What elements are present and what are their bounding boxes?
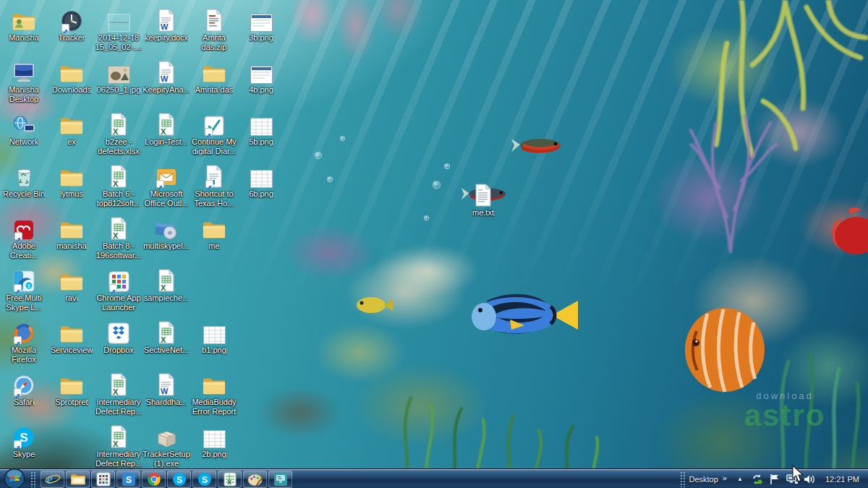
folder-icon: [59, 370, 84, 396]
icon-label: Mozilla Firefox: [0, 346, 48, 364]
desktop-icon-b2zee-defects-xlsx[interactable]: Xb2zee - defects.xlsx: [95, 110, 142, 156]
desktop-icon-mozilla-firefox[interactable]: Mozilla Firefox: [0, 318, 48, 364]
desktop-icon-downloads[interactable]: Downloads: [48, 58, 95, 95]
desktop-icon-microsoft-office-outl[interactable]: Microsoft Office Outl...: [142, 162, 190, 208]
desktop-icon-intermediary-defect-rep[interactable]: XIntermediary Defect Rep...: [95, 370, 142, 416]
desktop-icon-dropbox[interactable]: Dropbox: [95, 318, 142, 355]
desktop-icon-me[interactable]: me: [190, 214, 238, 251]
icon-label: 4b.png: [249, 85, 273, 95]
desktop-icon-me-txt[interactable]: me.txt: [459, 181, 507, 218]
doc-excel-icon: X: [157, 110, 176, 136]
desktop-icon-2b-png[interactable]: 2b.png: [190, 422, 238, 459]
desktop-icon-manisha-desktop[interactable]: Manisha Desktop: [0, 58, 48, 104]
icon-label: KeepityAna...: [142, 85, 190, 95]
icon-label: Serviceview: [51, 346, 93, 355]
desktop-icon-continue-my-digital-diar[interactable]: Continue My digital Diar...: [190, 110, 238, 156]
show-hidden-icons-button[interactable]: ▲: [737, 476, 743, 482]
icon-label: 06250_1.jpg: [97, 85, 141, 95]
desktop-icon-5b-png[interactable]: 5b.png: [237, 110, 285, 147]
desktop-icon-sharddha[interactable]: WSharddha...: [142, 370, 190, 407]
desktop-icon-tracker[interactable]: Tracker: [48, 6, 95, 43]
taskbar-button-windows-explorer[interactable]: [66, 471, 90, 488]
desktop-icon-lytmus[interactable]: lytmus: [48, 162, 95, 199]
network-icon: [12, 110, 36, 136]
desktop-icon-mediabuddy-error-report[interactable]: MediaBuddy Error Report: [190, 370, 238, 416]
desktop-icon-6b-png[interactable]: 6b.png: [237, 162, 285, 199]
svg-text:W: W: [161, 387, 169, 395]
doc-excel-icon: X: [157, 266, 176, 292]
desktop-icon-adobe-creati[interactable]: Adobe Creati...: [0, 214, 48, 260]
desktop-icon-trackersetup-1-exe[interactable]: TrackerSetup (1).exe: [142, 422, 190, 468]
icon-label: Adobe Creati...: [0, 241, 48, 260]
desktop-icon-2014-12-18-15-05-02[interactable]: 2014-12-18 15_05_02-....: [95, 6, 142, 52]
folder-icon: [59, 162, 84, 188]
desktop-icon-sprotpret[interactable]: Sprotpret: [48, 370, 95, 407]
icon-label: Chrome App Launcher: [95, 294, 142, 312]
desktop-toolbar-label[interactable]: Desktop: [689, 475, 718, 484]
desktop-icon-b1-png[interactable]: b1.png: [190, 318, 238, 355]
taskbar-grip-tray[interactable]: [680, 471, 686, 487]
media-disc-icon: [155, 214, 179, 240]
recycle-bin-icon: [14, 162, 34, 188]
desktop-icon-chrome-app-launcher[interactable]: Chrome App Launcher: [95, 266, 142, 312]
desktop-icon-3b-png[interactable]: 3b.png: [237, 6, 285, 43]
desktop-icon-keepityana[interactable]: WKeepityAna...: [142, 58, 190, 95]
windows-explorer-icon: [70, 473, 86, 486]
desktop-icon-serviceview[interactable]: Serviceview: [48, 318, 95, 355]
taskbar-button-blue-s-app[interactable]: S: [116, 471, 140, 488]
desktop-icon-sampleche[interactable]: Xsampleche...: [142, 266, 190, 303]
desktop-icon-ex[interactable]: ex: [48, 110, 95, 147]
taskbar-button-skype[interactable]: S: [167, 471, 191, 488]
desktop-icon-intermediary-defect-rep[interactable]: XIntermediary Defect Rep...: [95, 422, 142, 468]
svg-text:X: X: [161, 335, 166, 344]
folder-icon: [59, 266, 84, 292]
start-button[interactable]: [4, 468, 25, 488]
svg-text:S: S: [201, 474, 207, 484]
icon-label: Manisha Desktop: [0, 85, 48, 104]
desktop-icon-06250-1-jpg[interactable]: 06250_1.jpg: [95, 58, 142, 95]
shortcut-arrow-icon: [205, 128, 213, 136]
toolbar-chevron[interactable]: »: [723, 474, 727, 482]
desktop-icon-amrita-das-zip[interactable]: Amrita das.zip: [190, 6, 238, 52]
svg-text:X: X: [113, 440, 119, 448]
desktop-icon-skype[interactable]: SSkype: [0, 422, 48, 459]
desktop-icon-sectivenet[interactable]: XSectiveNet...: [142, 318, 190, 355]
shortcut-arrow-icon: [14, 284, 22, 292]
taskbar-button-app-grid[interactable]: [91, 471, 115, 488]
action-center-flag-icon[interactable]: [768, 473, 781, 486]
network-tray-icon[interactable]: [786, 473, 799, 486]
desktop-icon-safari[interactable]: Safari: [0, 370, 48, 407]
taskbar-button-teal-monitor-app[interactable]: [268, 471, 292, 488]
taskbar-button-paint[interactable]: [243, 471, 267, 488]
desktop-icon-network[interactable]: Network: [0, 110, 48, 147]
desktop-icon-keepity-docx[interactable]: Wkeepity.docx: [142, 6, 190, 43]
desktop-icon-recycle-bin[interactable]: Recycle Bin: [0, 162, 48, 199]
svg-text:e: e: [46, 472, 52, 487]
sync-update-tray-icon[interactable]: [751, 473, 764, 486]
desktop-icon-ravi[interactable]: ravi: [48, 266, 95, 303]
taskbar-grip-left[interactable]: [30, 471, 37, 487]
desktop-icon-manisha[interactable]: manisha: [48, 214, 95, 251]
folder-icon: [59, 110, 84, 136]
desktop-icon-manisha[interactable]: Manisha: [0, 6, 48, 43]
desktop-icon-batch-6-top812soft[interactable]: XBatch 6 - top812soft...: [95, 162, 142, 208]
taskbar-button-chrome[interactable]: [142, 471, 166, 488]
desktop-icon-shortcut-to-texas-ho[interactable]: Shortcut to Texas Ho...: [190, 162, 238, 208]
desktop-icon-multiskypel[interactable]: multiskypel...: [142, 214, 190, 251]
taskbar-button-skype-2[interactable]: S: [192, 471, 216, 488]
excel-icon: X: [223, 472, 237, 487]
taskbar-button-excel[interactable]: X: [218, 471, 242, 488]
taskbar-button-internet-explorer[interactable]: e: [41, 471, 64, 488]
volume-tray-icon[interactable]: [803, 473, 816, 486]
desktop-icon-batch-8-196softwar[interactable]: XBatch 8 - 196softwar...: [95, 214, 142, 260]
shortcut-arrow-icon: [61, 24, 69, 32]
desktop-icon-4b-png[interactable]: 4b.png: [237, 58, 285, 95]
desktop-icon-free-multi-skype-l[interactable]: SFree Multi Skype L...: [0, 266, 48, 312]
desktop-icon-amrita-das[interactable]: Amrita das: [190, 58, 238, 95]
taskbar-clock[interactable]: 12:21 PM: [825, 475, 859, 484]
svg-text:S: S: [125, 475, 131, 485]
desktop-icon-login-test[interactable]: XLogin-Test...: [142, 110, 190, 147]
app-tracker-icon: [61, 6, 82, 32]
svg-text:W: W: [161, 22, 169, 31]
icon-label: Amrita das.zip: [190, 33, 238, 52]
